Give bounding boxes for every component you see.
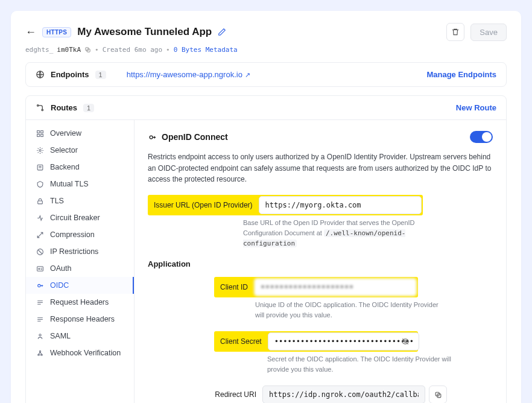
sidenav-compression[interactable]: Compression: [26, 226, 134, 243]
oidc-description: Restricts endpoint access to only users …: [148, 151, 493, 185]
sidenav-response-headers[interactable]: Response Headers: [26, 311, 134, 328]
application-heading: Application: [148, 259, 493, 268]
meta-prefix: edghts_: [25, 46, 53, 54]
routes-count: 1: [83, 104, 94, 112]
svg-point-9: [39, 149, 40, 151]
circuit-breaker-icon: [36, 214, 44, 222]
client-id-label: Client ID: [215, 279, 254, 296]
response-headers-icon: [36, 316, 44, 323]
sidenav-mutual-tls[interactable]: Mutual TLS: [26, 176, 134, 192]
svg-point-14: [38, 268, 39, 269]
mutual-tls-icon: [36, 180, 44, 188]
sidenav-label: OAuth: [50, 264, 71, 273]
svg-point-18: [41, 354, 42, 355]
backend-icon: [36, 163, 44, 171]
svg-point-20: [150, 136, 153, 139]
sidenav-saml[interactable]: SAML: [26, 328, 134, 344]
svg-point-4: [42, 109, 43, 111]
sidenav-label: SAML: [50, 332, 71, 340]
sidenav-circuit-breaker[interactable]: Circuit Breaker: [26, 209, 134, 226]
globe-icon: [36, 70, 45, 79]
sidenav-overview[interactable]: Overview: [26, 125, 134, 142]
sidenav-webhook-verification[interactable]: Webhook Verification: [26, 344, 134, 361]
svg-point-15: [37, 284, 40, 287]
issuer-url-help: Base URL of the Open ID Provider that se…: [243, 218, 436, 249]
routes-heading: Routes: [51, 103, 77, 112]
saml-icon: [36, 332, 44, 340]
pane-title: OpenID Connect: [162, 132, 228, 142]
sidenav-label: Selector: [50, 146, 78, 154]
client-secret-label: Client Secret: [215, 333, 268, 350]
client-secret-help: Secret of the OIDC application. The OIDC…: [267, 354, 460, 375]
sidenav-label: Request Headers: [50, 298, 109, 306]
sidenav-label: Backend: [50, 163, 80, 171]
svg-point-17: [37, 354, 39, 355]
sidenav-label: IP Restrictions: [50, 247, 98, 256]
copy-redirect-uri-button[interactable]: [429, 386, 447, 403]
oidc-pane-icon: [148, 133, 157, 142]
protocol-badge: HTTPS: [42, 27, 71, 37]
selector-icon: [36, 147, 44, 154]
endpoints-heading: Endpoints: [51, 70, 89, 79]
sidenav-label: OIDC: [50, 281, 69, 290]
redirect-uri-label: Redirect URI: [214, 386, 262, 403]
svg-point-3: [37, 105, 39, 107]
sidenav-label: Compression: [50, 230, 95, 239]
issuer-url-input[interactable]: [259, 196, 422, 214]
client-id-input[interactable]: [254, 278, 417, 296]
webhook-icon: [36, 349, 44, 357]
meta-metadata-link[interactable]: 0 Bytes Metadata: [174, 46, 238, 54]
copy-id-icon[interactable]: [84, 46, 91, 53]
endpoint-url-link[interactable]: https://my-awesome-app.ngrok.io ↗: [127, 70, 250, 79]
sidenav-label: Response Headers: [50, 315, 115, 323]
sidenav-oauth[interactable]: OAuth: [26, 260, 134, 277]
oauth-icon: [36, 265, 44, 273]
svg-rect-5: [37, 130, 39, 133]
sidenav-request-headers[interactable]: Request Headers: [26, 294, 134, 311]
lock-icon: [36, 197, 44, 205]
compression-icon: [36, 231, 44, 239]
new-route-link[interactable]: New Route: [456, 103, 496, 112]
svg-rect-11: [37, 200, 42, 203]
sidenav-label: Overview: [50, 129, 81, 138]
ip-restrictions-icon: [36, 248, 44, 256]
sidenav-label: TLS: [50, 197, 64, 205]
sidenav-tls[interactable]: TLS: [26, 192, 134, 209]
oidc-enable-toggle[interactable]: [470, 131, 493, 143]
sidenav-backend[interactable]: Backend: [26, 159, 134, 176]
issuer-url-label: Issuer URL (Open ID Provider): [149, 197, 259, 214]
svg-point-19: [39, 351, 40, 352]
sidenav-label: Mutual TLS: [50, 180, 89, 188]
sidenav-label: Circuit Breaker: [50, 214, 100, 222]
client-id-help: Unique ID of the OIDC application. The O…: [255, 300, 448, 320]
route-sidenav: Overview Selector Backend Mutual TLS TLS…: [26, 120, 135, 403]
delete-button[interactable]: [446, 23, 464, 41]
back-arrow[interactable]: ←: [25, 26, 36, 39]
meta-row: edghts_im0TkA • Created 6mo ago • 0 Byte…: [25, 46, 507, 54]
routes-icon: [36, 103, 45, 112]
endpoints-count: 1: [95, 71, 106, 79]
svg-rect-8: [40, 134, 43, 136]
page-title: My Awesome Tunneled App: [77, 26, 212, 38]
meta-id: im0TkA: [57, 46, 81, 54]
sidenav-label: Webhook Verification: [50, 349, 121, 357]
edit-title-icon[interactable]: [218, 28, 226, 36]
redirect-uri-input[interactable]: [262, 386, 425, 403]
manage-endpoints-link[interactable]: Manage Endpoints: [426, 70, 496, 79]
save-button[interactable]: Save: [470, 24, 507, 41]
sidenav-selector[interactable]: Selector: [26, 142, 134, 159]
sidenav-ip-restrictions[interactable]: IP Restrictions: [26, 243, 134, 260]
request-headers-icon: [36, 299, 44, 306]
svg-rect-6: [40, 130, 43, 133]
svg-point-16: [39, 334, 40, 335]
external-link-icon: ↗: [245, 71, 250, 78]
client-secret-input[interactable]: [268, 332, 419, 351]
meta-created: Created 6mo ago: [103, 46, 162, 54]
sidenav-oidc[interactable]: OIDC: [26, 277, 134, 294]
oidc-icon: [36, 282, 44, 290]
reveal-secret-icon[interactable]: [401, 334, 417, 349]
svg-rect-7: [37, 134, 39, 136]
overview-icon: [36, 130, 44, 138]
